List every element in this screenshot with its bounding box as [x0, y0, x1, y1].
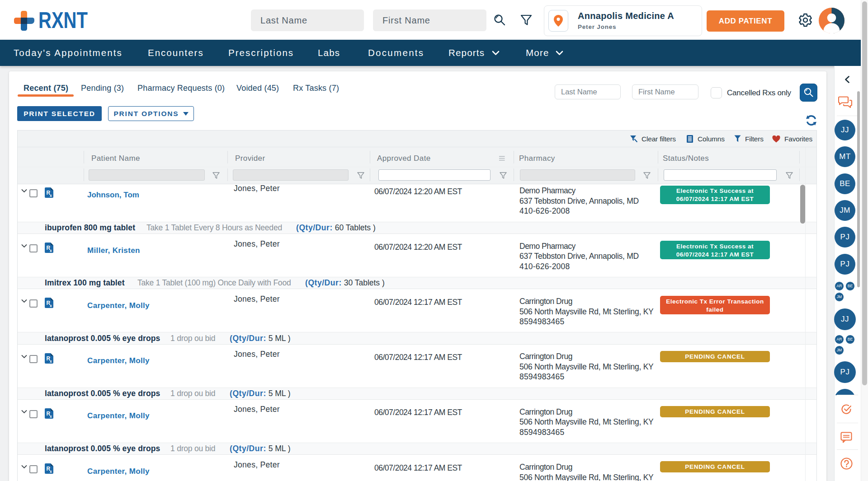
svg-text:x: x	[50, 193, 52, 197]
svg-text:x: x	[50, 359, 52, 363]
svg-text:x: x	[50, 304, 52, 308]
svg-text:x: x	[50, 248, 52, 253]
svg-text:x: x	[50, 469, 52, 474]
svg-text:x: x	[50, 414, 52, 418]
